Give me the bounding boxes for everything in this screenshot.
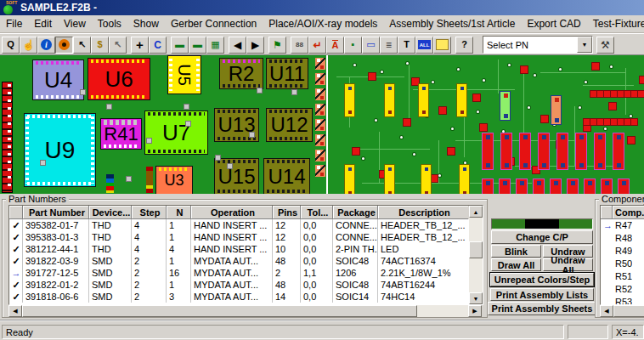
scroll-down-icon[interactable]: ▼ <box>469 292 483 304</box>
vertical-scrollbar[interactable]: ▲ ▼ <box>469 206 483 304</box>
pcb-component[interactable]: U6 <box>88 58 150 100</box>
horizontal-scrollbar[interactable]: ◀ ▶ <box>8 305 482 317</box>
table-row[interactable]: → 391727-12-5 SMD 2 16 MYDATA AUT... 2 1… <box>9 267 469 279</box>
unrepeat-colors-step-button[interactable]: Unrepeat Colors/Step <box>490 273 594 286</box>
table-row[interactable]: ✓ 395383-01-3 THD 4 1 HAND INSERT ... 12… <box>9 231 469 243</box>
all-icon[interactable]: ALL <box>415 37 433 54</box>
pcb-component[interactable]: U7 <box>144 110 208 155</box>
component-row[interactable]: R49 <box>601 245 644 258</box>
help-cursor-icon[interactable]: ? <box>455 37 473 54</box>
component-row[interactable]: R52 <box>601 283 644 296</box>
component-row[interactable]: R50 <box>601 258 644 270</box>
menu-item[interactable]: Test-Fixture <box>587 16 644 31</box>
column-header[interactable]: Package <box>333 206 378 219</box>
menu-item[interactable]: View <box>58 16 92 31</box>
change-cp-button[interactable]: Change C/P <box>491 230 593 244</box>
dash-box-icon[interactable]: ▭ <box>362 37 380 54</box>
pad-flat-icon[interactable]: ▬ <box>189 37 206 54</box>
pcb-component[interactable]: U12 <box>266 108 313 142</box>
scroll-right-icon[interactable]: ▶ <box>468 305 482 317</box>
query-cursor-icon[interactable]: ↖ <box>109 37 127 54</box>
table-row[interactable]: ✓ 381212-44-1 THD 4 4 HAND INSERT ... 10… <box>9 243 469 255</box>
note-icon[interactable] <box>433 37 451 54</box>
horizontal-scrollbar[interactable]: ◀ <box>600 305 644 317</box>
menu-item[interactable]: File <box>0 16 28 31</box>
rotate-icon[interactable]: C <box>149 37 167 54</box>
component-row[interactable]: → R47 <box>601 219 644 232</box>
menu-item[interactable]: Assembly Sheets/1st Article <box>383 16 521 31</box>
zoom-icon[interactable]: Q <box>2 37 20 54</box>
menu-item[interactable]: Place/AOI/X-ray models <box>263 16 383 31</box>
cell-operation: MYDATA AUT... <box>191 291 273 303</box>
table-row[interactable]: ✓ 391822-03-9 SMD 2 1 MYDATA AUT... 48 0… <box>9 255 469 267</box>
chevron-down-icon[interactable]: ▼ <box>577 37 592 53</box>
pcb-component[interactable]: U5 <box>167 55 201 94</box>
pcb-component[interactable]: R2 <box>219 58 263 89</box>
pcb-component[interactable]: U9 <box>24 113 96 187</box>
route-icon[interactable]: ↵ <box>308 37 326 54</box>
move-icon[interactable]: + <box>131 37 149 54</box>
info-icon[interactable]: i <box>37 37 55 54</box>
column-header[interactable]: Pins <box>273 206 301 219</box>
menu-item[interactable]: Show <box>127 16 165 31</box>
pad-small-icon[interactable]: ▪ <box>344 37 362 54</box>
column-header[interactable]: Step <box>132 206 167 219</box>
column-header[interactable]: Part Number <box>23 206 89 219</box>
select-cursor-icon[interactable]: ↖ <box>73 37 91 54</box>
hammer-tool-icon[interactable]: ⚒ <box>596 37 614 54</box>
pcb-component[interactable]: U3 <box>155 166 193 195</box>
component-row[interactable]: R48 <box>601 232 644 245</box>
select-pn-combobox[interactable]: Select PN ▼ <box>483 36 593 54</box>
pcb-view[interactable]: U4 U6 U5 <box>0 54 644 195</box>
column-header[interactable]: Operation <box>191 206 273 219</box>
dip-pattern-icon[interactable]: 88 <box>291 37 308 54</box>
title-bar[interactable]: SOFT SAMPLE2.F2B - <box>0 0 644 15</box>
scrollbar-thumb[interactable] <box>22 305 417 317</box>
chip-component <box>591 62 600 71</box>
column-header[interactable] <box>9 206 23 219</box>
print-assembly-sheets-button[interactable]: Print Assembly Sheets <box>488 302 596 315</box>
column-header[interactable]: Device... <box>89 206 132 219</box>
draw-all-button[interactable]: Draw All <box>491 258 541 271</box>
pin-icon[interactable]: T <box>398 37 415 54</box>
component-row[interactable]: R53 <box>601 296 644 305</box>
pad-slope-icon[interactable]: ▬ <box>171 37 189 54</box>
menu-item[interactable]: Gerber Connection <box>165 16 263 31</box>
menu-item[interactable]: Tools <box>92 16 127 31</box>
scrollbar-thumb[interactable] <box>469 241 483 258</box>
next-icon[interactable]: ▶ <box>246 37 264 54</box>
table-row[interactable]: ✓ 391822-01-2 SMD 2 1 MYDATA AUT... 48 0… <box>9 279 469 291</box>
column-header[interactable]: Tol... <box>301 206 333 219</box>
pcb-component[interactable]: U11 <box>266 58 308 89</box>
pcb-component[interactable]: U15 <box>214 158 259 195</box>
scroll-left-icon[interactable]: ◀ <box>8 305 22 317</box>
align-icon[interactable]: ≡ <box>380 37 398 54</box>
menu-item[interactable]: Edit <box>28 16 58 31</box>
column-header[interactable]: Description <box>378 206 468 219</box>
part-outline-icon[interactable]: A <box>326 37 344 54</box>
scroll-left-icon[interactable]: ◀ <box>600 305 613 317</box>
print-assembly-lists-button[interactable]: Print Assembly Lists <box>490 288 594 301</box>
component-label: U4 <box>44 69 72 91</box>
menu-item[interactable]: Export CAD <box>521 16 586 31</box>
pan-hand-icon[interactable]: ☝ <box>20 37 37 54</box>
price-cursor-icon[interactable]: $ <box>91 37 109 54</box>
table-row[interactable]: ✓ 391818-06-6 SMD 2 3 MYDATA AUT... 14 0… <box>9 291 469 303</box>
pcb-component[interactable]: U4 <box>32 60 84 100</box>
prev-icon[interactable]: ◀ <box>229 37 246 54</box>
pcb-component[interactable]: U14 <box>263 158 310 195</box>
column-header[interactable]: N <box>167 206 191 219</box>
target-icon[interactable] <box>55 37 73 54</box>
component-column-header[interactable]: Comp... <box>613 206 644 219</box>
blink-button[interactable]: Blink <box>491 245 541 258</box>
flag-icon[interactable]: ⚑ <box>268 37 286 54</box>
board-layout-pane[interactable] <box>328 55 644 195</box>
pcb-component[interactable]: R41 <box>100 118 142 150</box>
table-row[interactable]: ✓ 395382-01-7 THD 4 1 HAND INSERT ... 12… <box>9 219 469 231</box>
undraw-all-button[interactable]: Undraw All <box>543 258 593 271</box>
status-message: Ready <box>2 325 564 339</box>
component-row[interactable]: R51 <box>601 270 644 283</box>
pad-grid-icon[interactable]: ▦ <box>206 37 224 54</box>
scrollbar-thumb[interactable] <box>613 305 644 317</box>
scroll-up-icon[interactable]: ▲ <box>469 206 483 218</box>
